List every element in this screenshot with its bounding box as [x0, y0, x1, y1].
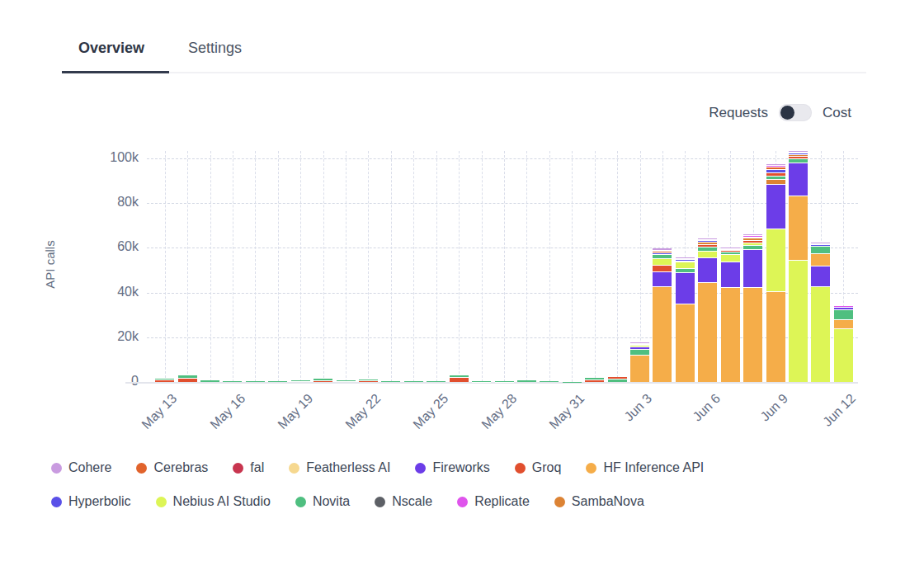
bar-segment — [200, 380, 219, 382]
bar-segment — [676, 262, 695, 268]
x-gridline — [300, 151, 301, 382]
bar-may-22[interactable] — [359, 380, 378, 382]
bar-may-19[interactable] — [291, 380, 310, 382]
legend-item-cerebras[interactable]: Cerebras — [136, 460, 208, 475]
bar-segment — [811, 246, 830, 252]
legend-item-hyperbolic[interactable]: Hyperbolic — [51, 494, 131, 509]
legend-dot-icon — [586, 463, 596, 474]
bar-segment — [698, 239, 717, 240]
bar-may-17[interactable] — [246, 381, 265, 382]
legend-dot-icon — [51, 497, 62, 507]
bar-may-26[interactable] — [450, 375, 469, 382]
bar-segment — [789, 163, 808, 196]
y-axis-title: API calls — [43, 199, 57, 331]
bar-segment — [834, 328, 853, 382]
bar-may-30[interactable] — [540, 381, 559, 382]
y-tick-label: 80k — [82, 195, 139, 210]
bar-segment — [698, 257, 717, 282]
legend-dot-icon — [51, 463, 62, 474]
bar-segment — [743, 234, 762, 235]
bar-segment — [743, 243, 762, 245]
legend-item-fireworks[interactable]: Fireworks — [415, 460, 489, 475]
bar-segment — [766, 179, 785, 184]
legend-item-featherless-ai[interactable]: Featherless AI — [289, 460, 390, 475]
bar-may-13[interactable] — [155, 379, 174, 382]
legend-label: Nebius AI Studio — [173, 494, 271, 509]
legend-label: Hyperbolic — [68, 494, 131, 509]
bar-segment — [314, 379, 332, 380]
bar-segment — [766, 229, 785, 291]
bar-segment — [676, 258, 695, 259]
bar-jun-3[interactable] — [630, 342, 649, 382]
bar-may-28[interactable] — [495, 381, 514, 382]
legend-label: SambaNova — [572, 494, 644, 509]
bar-segment — [178, 375, 197, 377]
bar-may-15[interactable] — [200, 380, 219, 382]
bar-segment — [789, 260, 808, 382]
bar-jun-11[interactable] — [811, 243, 830, 382]
legend-label: Featherless AI — [306, 460, 390, 475]
bar-segment — [811, 266, 830, 286]
legend-item-sambanova[interactable]: SambaNova — [554, 494, 644, 509]
legend-item-fal[interactable]: fal — [233, 460, 264, 475]
bar-jun-12[interactable] — [834, 306, 853, 382]
bar-segment — [698, 282, 717, 382]
x-tick-label: Jun 12 — [820, 391, 859, 430]
bar-jun-9[interactable] — [766, 164, 785, 382]
bar-jun-5[interactable] — [676, 257, 695, 382]
x-gridline — [278, 151, 279, 382]
bar-segment — [155, 379, 174, 380]
bar-may-29[interactable] — [517, 380, 536, 382]
bar-may-23[interactable] — [381, 381, 400, 382]
bar-segment — [766, 172, 785, 176]
legend-item-novita[interactable]: Novita — [295, 494, 350, 509]
x-gridline — [368, 151, 369, 382]
bar-may-16[interactable] — [223, 381, 242, 382]
legend-dot-icon — [457, 497, 468, 507]
bar-segment — [743, 287, 762, 382]
x-tick-label: May 28 — [478, 391, 520, 432]
bar-segment — [608, 377, 627, 379]
bar-segment — [766, 176, 785, 180]
bar-jun-8[interactable] — [743, 234, 762, 382]
x-gridline — [617, 151, 618, 382]
bar-segment — [653, 286, 672, 382]
bar-segment — [789, 154, 808, 156]
bar-may-14[interactable] — [178, 375, 197, 382]
bar-segment — [495, 381, 514, 382]
bar-segment — [698, 238, 717, 239]
bar-segment — [314, 380, 332, 382]
legend-item-replicate[interactable]: Replicate — [457, 494, 530, 509]
bar-jun-2[interactable] — [608, 377, 627, 382]
bar-segment — [834, 306, 853, 307]
bar-segment — [766, 164, 785, 165]
bar-segment — [630, 349, 649, 355]
bar-may-25[interactable] — [427, 381, 446, 382]
bar-jun-6[interactable] — [698, 238, 717, 382]
bar-jun-1[interactable] — [585, 378, 604, 382]
bar-segment — [743, 235, 762, 237]
legend-item-groq[interactable]: Groq — [515, 460, 562, 475]
bar-jun-7[interactable] — [721, 248, 740, 382]
bar-segment — [630, 345, 649, 346]
bar-may-21[interactable] — [337, 380, 356, 382]
bar-may-24[interactable] — [404, 381, 423, 382]
bar-segment — [495, 381, 514, 382]
bar-may-18[interactable] — [268, 381, 287, 382]
bar-segment — [608, 379, 627, 382]
bar-may-20[interactable] — [314, 379, 332, 382]
legend-item-nebius-ai-studio[interactable]: Nebius AI Studio — [156, 494, 271, 509]
legend-label: Cohere — [68, 460, 111, 475]
x-gridline — [549, 151, 550, 382]
bar-may-27[interactable] — [472, 381, 491, 382]
legend-item-cohere[interactable]: Cohere — [51, 460, 111, 475]
bar-segment — [811, 243, 830, 243]
bar-segment — [721, 248, 740, 249]
bar-jun-10[interactable] — [789, 151, 808, 382]
legend-label: Nscale — [392, 494, 432, 509]
legend-item-hf-inference-api[interactable]: HF Inference API — [586, 460, 704, 475]
bar-segment — [359, 380, 378, 382]
bar-segment — [653, 265, 672, 271]
bar-jun-4[interactable] — [653, 248, 672, 382]
legend-item-nscale[interactable]: Nscale — [375, 494, 432, 509]
